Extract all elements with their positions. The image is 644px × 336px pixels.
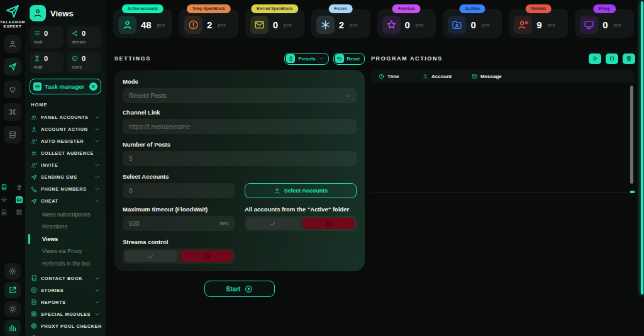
stat-value: 0 <box>273 20 278 30</box>
stat-value: 0 <box>405 20 410 30</box>
mode-value: Recent Posts <box>129 92 166 99</box>
app-root: TELEGRAM EXPERT V <box>0 0 644 336</box>
presets-button[interactable]: Presets <box>284 53 328 65</box>
submenu-item-views-via-proxy[interactable]: Views via Proxy <box>28 245 103 258</box>
sidebar-item-reports[interactable]: REPORTS <box>28 296 103 308</box>
submenu-item-views[interactable]: Views <box>28 233 103 245</box>
select-accounts-label: Select Accounts <box>123 173 357 180</box>
rail-shortcuts-button[interactable] <box>4 103 21 121</box>
stat-label: stream <box>72 39 97 45</box>
sidebar-item-cheat[interactable]: CHEAT <box>28 195 103 207</box>
task-manager-icon <box>33 82 42 91</box>
main-area: Active accounts 48 pcs Temp SpamBlock 2 … <box>106 0 644 336</box>
stat-value: 48 <box>141 20 152 30</box>
task-manager-button[interactable]: Task manager 0 <box>30 79 101 94</box>
sidebar-item-account-action[interactable]: ACCOUNT ACTION <box>28 123 103 135</box>
stat-unit: pcs <box>548 22 555 28</box>
sidebar-item-sending-sms[interactable]: SENDING SMS <box>28 171 103 183</box>
stat-card-frozen: Frozen 2 pcs <box>311 9 370 38</box>
status-badge: Archive <box>460 4 486 13</box>
stat-card-temp-spamblock: Temp SpamBlock 2 pcs <box>179 9 238 38</box>
active-folder-off-option[interactable] <box>303 218 355 229</box>
stats-button[interactable] <box>4 320 21 336</box>
table-resize-handle[interactable] <box>630 191 635 193</box>
submenu-item-referrals-in-the-bot[interactable]: Referrals in the bot <box>28 257 103 270</box>
streams-on-option[interactable] <box>125 250 177 262</box>
webcam-icon[interactable] <box>16 184 23 191</box>
sidebar-item-panel-accounts[interactable]: PANEL ACCOUNTS <box>28 111 103 123</box>
stat-value: 0 <box>82 55 86 62</box>
sidebar-item-auto-register[interactable]: AUTO-REGISTER <box>28 135 103 147</box>
sidebar-item-phone-numbers[interactable]: PHONE NUMBERS <box>28 183 103 195</box>
sidebar-item-stories[interactable]: STORIES <box>28 284 103 296</box>
sidebar-item-contact-book[interactable]: CONTACT BOOK <box>28 272 103 284</box>
streams-off-option[interactable] <box>180 250 233 262</box>
stat-label: task <box>34 39 59 45</box>
monitor-icon <box>580 16 598 34</box>
max-timeout-input[interactable] <box>123 216 235 231</box>
column-time: Time <box>379 74 423 79</box>
rail-bottom-buttons <box>4 263 21 336</box>
submenu-item-mass-subscriptions[interactable]: Mass subscriptions <box>28 208 103 221</box>
program-actions-panel: PROGRAM ACTIONS Time <box>371 52 635 297</box>
sidebar-item-proxy[interactable]: PROXY <box>28 332 103 336</box>
play-circle-icon <box>245 285 253 293</box>
chevron-down-icon <box>94 126 100 132</box>
chevron-down-icon <box>94 174 100 180</box>
submenu-item-reactions[interactable]: Reactions <box>28 221 103 233</box>
rail-profile-button[interactable] <box>4 35 21 53</box>
start-button[interactable]: Start <box>204 281 275 297</box>
rail-database-button[interactable] <box>4 126 21 143</box>
calculator-icon[interactable] <box>1 184 8 191</box>
mail-icon <box>250 16 269 34</box>
inbox-in-icon[interactable] <box>16 196 23 203</box>
sidebar-item-collect-audience[interactable]: COLLECT AUDIENCE <box>28 147 103 159</box>
reset-button[interactable]: Reset <box>333 53 365 65</box>
settings-rail-button[interactable] <box>4 263 21 279</box>
person-icon <box>8 40 17 48</box>
rail-telegram-button[interactable] <box>4 58 21 76</box>
grid-icon[interactable] <box>16 209 23 216</box>
external-link-button[interactable] <box>4 282 21 298</box>
table-scrollbar[interactable] <box>630 86 633 184</box>
log-play-button[interactable] <box>589 53 601 64</box>
sidebar: Views 0 task 0 stream 0 wait 0 done Task… <box>25 0 106 336</box>
plus-square-icon <box>31 287 37 293</box>
channel-link-input[interactable] <box>123 119 357 134</box>
check-icon <box>147 253 154 260</box>
select-accounts-button[interactable]: Select Accounts <box>245 183 357 198</box>
status-badge: Premium <box>392 4 421 13</box>
rail-favorites-button[interactable] <box>4 81 21 98</box>
person-icon <box>274 188 280 194</box>
table-header: Time Account Message <box>371 70 635 82</box>
sidebar-item-special-modules[interactable]: SPECIAL MODULES <box>28 308 103 320</box>
log-stop-button[interactable] <box>606 53 618 64</box>
stop-icon <box>609 55 615 62</box>
log-clear-button[interactable] <box>623 53 635 64</box>
stat-value: 0 <box>44 55 48 62</box>
app-logo: TELEGRAM EXPERT <box>0 4 25 29</box>
paper-plane-icon <box>8 62 17 71</box>
modules-icon <box>31 311 37 317</box>
star-icon <box>382 16 401 34</box>
streams-control-toggle <box>123 249 235 264</box>
mode-select[interactable]: Recent Posts <box>123 88 357 103</box>
theme-button[interactable] <box>4 301 21 317</box>
sidebar-nav: PANEL ACCOUNTS ACCOUNT ACTION AUTO-REGIS… <box>28 111 103 336</box>
sidebar-item-invite[interactable]: INVITE <box>28 159 103 171</box>
document-icon[interactable] <box>1 209 8 216</box>
accounts-count-input[interactable] <box>123 183 235 198</box>
page-scrollbar[interactable] <box>641 1 643 294</box>
chevron-down-icon <box>94 138 100 144</box>
sidebar-item-proxy-pool-checker[interactable]: PROXY POOL CHECKER <box>28 320 103 332</box>
stat-unit: pcs <box>157 22 165 28</box>
stat-unit: pcs <box>284 22 291 28</box>
icon-rail: TELEGRAM EXPERT <box>0 0 25 336</box>
number-of-posts-input[interactable] <box>123 151 357 166</box>
views-page-icon <box>30 5 46 21</box>
chevron-down-icon <box>97 150 100 156</box>
person-icon <box>118 16 136 34</box>
send-icon <box>31 174 37 181</box>
gear-icon[interactable] <box>1 196 8 203</box>
active-folder-on-option[interactable] <box>247 218 299 229</box>
